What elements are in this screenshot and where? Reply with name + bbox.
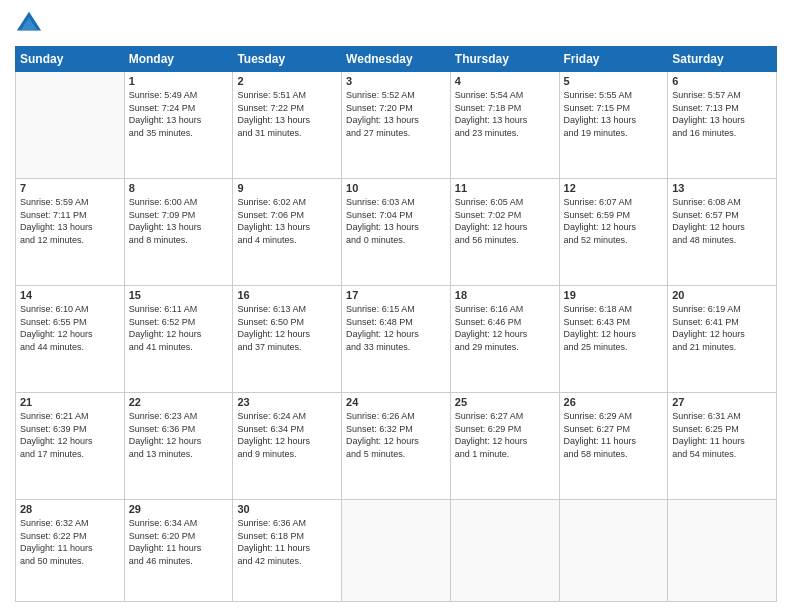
- day-info: Sunrise: 5:55 AM Sunset: 7:15 PM Dayligh…: [564, 89, 664, 139]
- day-info: Sunrise: 6:18 AM Sunset: 6:43 PM Dayligh…: [564, 303, 664, 353]
- calendar-cell-1-6: 5Sunrise: 5:55 AM Sunset: 7:15 PM Daylig…: [559, 72, 668, 179]
- calendar-cell-3-3: 16Sunrise: 6:13 AM Sunset: 6:50 PM Dayli…: [233, 286, 342, 393]
- day-number: 14: [20, 289, 120, 301]
- calendar-cell-4-2: 22Sunrise: 6:23 AM Sunset: 6:36 PM Dayli…: [124, 393, 233, 500]
- day-info: Sunrise: 6:19 AM Sunset: 6:41 PM Dayligh…: [672, 303, 772, 353]
- day-number: 3: [346, 75, 446, 87]
- weekday-header-friday: Friday: [559, 47, 668, 72]
- day-info: Sunrise: 5:57 AM Sunset: 7:13 PM Dayligh…: [672, 89, 772, 139]
- day-number: 22: [129, 396, 229, 408]
- day-info: Sunrise: 6:27 AM Sunset: 6:29 PM Dayligh…: [455, 410, 555, 460]
- calendar-cell-4-4: 24Sunrise: 6:26 AM Sunset: 6:32 PM Dayli…: [342, 393, 451, 500]
- day-number: 16: [237, 289, 337, 301]
- day-info: Sunrise: 6:36 AM Sunset: 6:18 PM Dayligh…: [237, 517, 337, 567]
- logo-icon: [15, 10, 43, 38]
- week-row-5: 28Sunrise: 6:32 AM Sunset: 6:22 PM Dayli…: [16, 500, 777, 602]
- day-info: Sunrise: 6:10 AM Sunset: 6:55 PM Dayligh…: [20, 303, 120, 353]
- day-number: 10: [346, 182, 446, 194]
- day-info: Sunrise: 6:32 AM Sunset: 6:22 PM Dayligh…: [20, 517, 120, 567]
- calendar-cell-1-4: 3Sunrise: 5:52 AM Sunset: 7:20 PM Daylig…: [342, 72, 451, 179]
- calendar-cell-2-4: 10Sunrise: 6:03 AM Sunset: 7:04 PM Dayli…: [342, 179, 451, 286]
- day-number: 7: [20, 182, 120, 194]
- calendar-cell-5-6: [559, 500, 668, 602]
- day-info: Sunrise: 6:23 AM Sunset: 6:36 PM Dayligh…: [129, 410, 229, 460]
- calendar-cell-5-4: [342, 500, 451, 602]
- day-number: 13: [672, 182, 772, 194]
- calendar-cell-2-1: 7Sunrise: 5:59 AM Sunset: 7:11 PM Daylig…: [16, 179, 125, 286]
- calendar-cell-3-4: 17Sunrise: 6:15 AM Sunset: 6:48 PM Dayli…: [342, 286, 451, 393]
- logo: [15, 10, 47, 38]
- calendar-table: SundayMondayTuesdayWednesdayThursdayFrid…: [15, 46, 777, 602]
- calendar-cell-2-3: 9Sunrise: 6:02 AM Sunset: 7:06 PM Daylig…: [233, 179, 342, 286]
- calendar-cell-3-6: 19Sunrise: 6:18 AM Sunset: 6:43 PM Dayli…: [559, 286, 668, 393]
- day-info: Sunrise: 6:11 AM Sunset: 6:52 PM Dayligh…: [129, 303, 229, 353]
- day-number: 1: [129, 75, 229, 87]
- calendar-cell-3-7: 20Sunrise: 6:19 AM Sunset: 6:41 PM Dayli…: [668, 286, 777, 393]
- page: SundayMondayTuesdayWednesdayThursdayFrid…: [0, 0, 792, 612]
- day-number: 15: [129, 289, 229, 301]
- day-info: Sunrise: 6:07 AM Sunset: 6:59 PM Dayligh…: [564, 196, 664, 246]
- week-row-3: 14Sunrise: 6:10 AM Sunset: 6:55 PM Dayli…: [16, 286, 777, 393]
- day-number: 24: [346, 396, 446, 408]
- day-number: 5: [564, 75, 664, 87]
- day-info: Sunrise: 6:08 AM Sunset: 6:57 PM Dayligh…: [672, 196, 772, 246]
- calendar-cell-3-5: 18Sunrise: 6:16 AM Sunset: 6:46 PM Dayli…: [450, 286, 559, 393]
- calendar-cell-1-2: 1Sunrise: 5:49 AM Sunset: 7:24 PM Daylig…: [124, 72, 233, 179]
- calendar-cell-4-6: 26Sunrise: 6:29 AM Sunset: 6:27 PM Dayli…: [559, 393, 668, 500]
- day-number: 29: [129, 503, 229, 515]
- calendar-cell-2-5: 11Sunrise: 6:05 AM Sunset: 7:02 PM Dayli…: [450, 179, 559, 286]
- calendar-cell-5-7: [668, 500, 777, 602]
- day-number: 27: [672, 396, 772, 408]
- weekday-header-sunday: Sunday: [16, 47, 125, 72]
- calendar-cell-4-7: 27Sunrise: 6:31 AM Sunset: 6:25 PM Dayli…: [668, 393, 777, 500]
- calendar-cell-1-3: 2Sunrise: 5:51 AM Sunset: 7:22 PM Daylig…: [233, 72, 342, 179]
- calendar-cell-1-7: 6Sunrise: 5:57 AM Sunset: 7:13 PM Daylig…: [668, 72, 777, 179]
- day-number: 19: [564, 289, 664, 301]
- day-info: Sunrise: 6:03 AM Sunset: 7:04 PM Dayligh…: [346, 196, 446, 246]
- calendar-cell-3-2: 15Sunrise: 6:11 AM Sunset: 6:52 PM Dayli…: [124, 286, 233, 393]
- weekday-header-row: SundayMondayTuesdayWednesdayThursdayFrid…: [16, 47, 777, 72]
- day-info: Sunrise: 5:49 AM Sunset: 7:24 PM Dayligh…: [129, 89, 229, 139]
- weekday-header-thursday: Thursday: [450, 47, 559, 72]
- day-info: Sunrise: 5:51 AM Sunset: 7:22 PM Dayligh…: [237, 89, 337, 139]
- calendar-cell-2-7: 13Sunrise: 6:08 AM Sunset: 6:57 PM Dayli…: [668, 179, 777, 286]
- calendar-cell-4-5: 25Sunrise: 6:27 AM Sunset: 6:29 PM Dayli…: [450, 393, 559, 500]
- day-number: 2: [237, 75, 337, 87]
- day-info: Sunrise: 5:52 AM Sunset: 7:20 PM Dayligh…: [346, 89, 446, 139]
- day-info: Sunrise: 6:05 AM Sunset: 7:02 PM Dayligh…: [455, 196, 555, 246]
- day-number: 20: [672, 289, 772, 301]
- day-number: 11: [455, 182, 555, 194]
- week-row-2: 7Sunrise: 5:59 AM Sunset: 7:11 PM Daylig…: [16, 179, 777, 286]
- day-info: Sunrise: 6:29 AM Sunset: 6:27 PM Dayligh…: [564, 410, 664, 460]
- calendar-cell-3-1: 14Sunrise: 6:10 AM Sunset: 6:55 PM Dayli…: [16, 286, 125, 393]
- week-row-4: 21Sunrise: 6:21 AM Sunset: 6:39 PM Dayli…: [16, 393, 777, 500]
- day-number: 9: [237, 182, 337, 194]
- day-number: 6: [672, 75, 772, 87]
- day-number: 17: [346, 289, 446, 301]
- week-row-1: 1Sunrise: 5:49 AM Sunset: 7:24 PM Daylig…: [16, 72, 777, 179]
- day-number: 21: [20, 396, 120, 408]
- day-number: 12: [564, 182, 664, 194]
- weekday-header-monday: Monday: [124, 47, 233, 72]
- weekday-header-tuesday: Tuesday: [233, 47, 342, 72]
- day-info: Sunrise: 6:26 AM Sunset: 6:32 PM Dayligh…: [346, 410, 446, 460]
- calendar-cell-5-5: [450, 500, 559, 602]
- weekday-header-wednesday: Wednesday: [342, 47, 451, 72]
- day-number: 25: [455, 396, 555, 408]
- calendar-cell-2-2: 8Sunrise: 6:00 AM Sunset: 7:09 PM Daylig…: [124, 179, 233, 286]
- weekday-header-saturday: Saturday: [668, 47, 777, 72]
- day-number: 23: [237, 396, 337, 408]
- day-info: Sunrise: 6:13 AM Sunset: 6:50 PM Dayligh…: [237, 303, 337, 353]
- calendar-cell-5-3: 30Sunrise: 6:36 AM Sunset: 6:18 PM Dayli…: [233, 500, 342, 602]
- calendar-cell-5-2: 29Sunrise: 6:34 AM Sunset: 6:20 PM Dayli…: [124, 500, 233, 602]
- day-number: 8: [129, 182, 229, 194]
- day-info: Sunrise: 6:02 AM Sunset: 7:06 PM Dayligh…: [237, 196, 337, 246]
- day-info: Sunrise: 5:59 AM Sunset: 7:11 PM Dayligh…: [20, 196, 120, 246]
- day-info: Sunrise: 6:24 AM Sunset: 6:34 PM Dayligh…: [237, 410, 337, 460]
- day-number: 18: [455, 289, 555, 301]
- day-info: Sunrise: 6:21 AM Sunset: 6:39 PM Dayligh…: [20, 410, 120, 460]
- calendar-cell-5-1: 28Sunrise: 6:32 AM Sunset: 6:22 PM Dayli…: [16, 500, 125, 602]
- day-info: Sunrise: 6:15 AM Sunset: 6:48 PM Dayligh…: [346, 303, 446, 353]
- day-info: Sunrise: 6:00 AM Sunset: 7:09 PM Dayligh…: [129, 196, 229, 246]
- day-number: 4: [455, 75, 555, 87]
